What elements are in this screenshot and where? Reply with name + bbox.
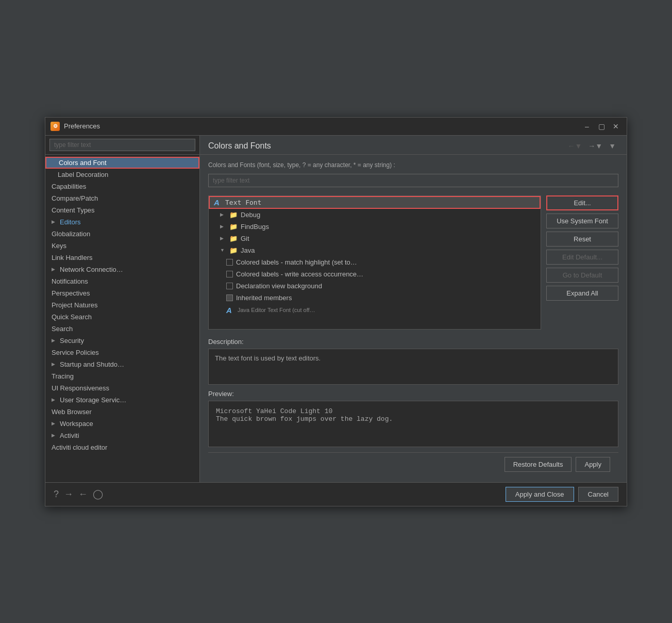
sidebar-item-globalization[interactable]: Globalization <box>45 228 199 240</box>
chevron-right-icon: ▶ <box>220 224 226 229</box>
font-item-label: Java <box>241 247 255 254</box>
font-item-colored-match[interactable]: Colored labels - match highlight (set to… <box>209 256 541 268</box>
folder-icon: 📁 <box>229 223 238 231</box>
apply-button[interactable]: Apply <box>576 457 610 472</box>
font-item-label: Git <box>241 235 249 242</box>
sidebar-item-label: Workspace <box>60 420 93 428</box>
sidebar-item-label: Project Natures <box>52 301 98 309</box>
text-font-icon: A <box>226 306 234 315</box>
restore-defaults-button[interactable]: Restore Defaults <box>505 457 572 472</box>
sidebar-item-label: Label Decoration <box>58 171 108 178</box>
sidebar-item-project-natures[interactable]: Project Natures <box>45 299 199 311</box>
sidebar-tree: Colors and Font Label Decoration Capabil… <box>45 155 199 482</box>
sidebar-filter-input[interactable] <box>49 139 195 151</box>
footer-left: ? → ← ◯ <box>54 488 103 500</box>
expand-all-button[interactable]: Expand All <box>546 286 618 301</box>
font-item-git[interactable]: ▶ 📁 Git <box>209 233 541 244</box>
sidebar-item-network[interactable]: ▶ Network Connectio… <box>45 264 199 275</box>
font-item-label: Debug <box>241 211 260 219</box>
font-item-label: Declaration view background <box>236 282 322 290</box>
font-item-java[interactable]: ▼ 📁 Java <box>209 244 541 256</box>
chevron-right-icon: ▶ <box>52 267 58 272</box>
chevron-right-icon: ▶ <box>52 362 58 367</box>
forward-button[interactable]: →▼ <box>585 141 605 151</box>
close-button[interactable]: ✕ <box>610 121 621 132</box>
nav-dropdown-button[interactable]: ▼ <box>606 141 618 151</box>
cancel-button[interactable]: Cancel <box>578 487 618 502</box>
edit-default-button[interactable]: Edit Default... <box>546 250 618 265</box>
font-filter-input[interactable] <box>208 174 618 187</box>
sidebar-item-startup-shutdown[interactable]: ▶ Startup and Shutdo… <box>45 358 199 370</box>
sidebar-item-link-handlers[interactable]: Link Handlers <box>45 252 199 264</box>
sidebar-item-label: Security <box>60 337 84 345</box>
title-bar: ⚙ Preferences – ▢ ✕ <box>45 118 627 136</box>
sidebar-item-label-decoration[interactable]: Label Decoration <box>45 169 199 181</box>
sidebar-item-activiti-cloud[interactable]: Activiti cloud editor <box>45 441 199 453</box>
sidebar-item-label: Compare/Patch <box>52 194 98 202</box>
minimize-button[interactable]: – <box>581 121 593 132</box>
fonts-tree: A Text Font ▶ 📁 Debug ▶ 📁 <box>208 195 541 330</box>
font-item-declaration-bg[interactable]: Declaration view background <box>209 280 541 292</box>
edit-button[interactable]: Edit... <box>546 195 618 210</box>
sidebar-item-tracing[interactable]: Tracing <box>45 370 199 382</box>
sidebar-item-activiti[interactable]: ▶ Activiti <box>45 430 199 441</box>
sidebar-item-label: Colors and Font <box>59 159 107 167</box>
sidebar-item-ui-responsiveness[interactable]: UI Responsiveness <box>45 382 199 394</box>
help-icon[interactable]: ? <box>54 489 59 500</box>
go-to-default-button[interactable]: Go to Default <box>546 268 618 283</box>
font-item-java-editor-text[interactable]: A Java Editor Text Font (cut off… <box>209 304 541 317</box>
sidebar-item-compare-patch[interactable]: Compare/Patch <box>45 192 199 204</box>
preview-section: Preview: Microsoft YaHei Code Light 10 T… <box>208 390 618 447</box>
main-content: Colors and Font Label Decoration Capabil… <box>45 136 627 482</box>
sidebar-item-perspectives[interactable]: Perspectives <box>45 287 199 299</box>
sidebar-item-search[interactable]: Search <box>45 323 199 335</box>
link-icon[interactable]: ◯ <box>93 488 103 500</box>
sidebar-item-capabilities[interactable]: Capabilities <box>45 181 199 192</box>
sidebar-item-user-storage[interactable]: ▶ User Storage Servic… <box>45 394 199 406</box>
use-system-font-button[interactable]: Use System Font <box>546 214 618 228</box>
chevron-right-icon: ▶ <box>220 236 226 241</box>
checkbox-icon[interactable] <box>226 271 233 277</box>
checkbox-icon[interactable] <box>226 283 233 289</box>
sidebar-item-label[interactable]: Editors <box>60 218 80 226</box>
sidebar: Colors and Font Label Decoration Capabil… <box>45 136 200 482</box>
font-item-findbugs[interactable]: ▶ 📁 FindBugs <box>209 221 541 233</box>
chevron-right-icon: ▶ <box>52 433 58 438</box>
sidebar-item-web-browser[interactable]: Web Browser <box>45 406 199 418</box>
maximize-button[interactable]: ▢ <box>596 121 607 132</box>
back-button[interactable]: ←▼ <box>565 141 584 151</box>
font-item-debug[interactable]: ▶ 📁 Debug <box>209 209 541 221</box>
panel-title: Colors and Fonts <box>208 141 271 151</box>
description-section: Description: The text font is used by te… <box>208 338 618 385</box>
right-panel: Colors and Fonts ←▼ →▼ ▼ Colors and Font… <box>200 136 627 482</box>
font-item-colored-write[interactable]: Colored labels - write access occurrence… <box>209 268 541 280</box>
sidebar-item-label: Content Types <box>52 206 95 214</box>
import-icon[interactable]: → <box>64 489 73 500</box>
export-icon[interactable]: ← <box>78 489 88 500</box>
folder-icon: 📁 <box>229 235 238 242</box>
font-buttons: Edit... Use System Font Reset Edit Defau… <box>546 195 618 330</box>
apply-and-close-button[interactable]: Apply and Close <box>506 487 574 502</box>
panel-bottom-buttons: Restore Defaults Apply <box>208 452 618 476</box>
sidebar-item-colors-and-font[interactable]: Colors and Font <box>45 157 199 169</box>
description-box: The text font is used by text editors. <box>208 349 618 385</box>
sidebar-item-notifications[interactable]: Notifications <box>45 275 199 287</box>
checkbox-icon[interactable] <box>226 294 233 301</box>
font-item-inherited-members[interactable]: Inherited members <box>209 292 541 304</box>
font-item-text-font[interactable]: A Text Font <box>209 196 541 209</box>
sidebar-item-quick-search[interactable]: Quick Search <box>45 311 199 323</box>
checkbox-icon[interactable] <box>226 259 233 266</box>
reset-button[interactable]: Reset <box>546 232 618 247</box>
sidebar-item-editors[interactable]: ▶ Editors <box>45 216 199 228</box>
sidebar-item-keys[interactable]: Keys <box>45 240 199 252</box>
filter-description: Colors and Fonts (font, size, type, ? = … <box>208 161 618 169</box>
preview-label: Preview: <box>208 390 618 398</box>
sidebar-filter-area <box>45 136 199 155</box>
sidebar-item-content-types[interactable]: Content Types <box>45 204 199 216</box>
sidebar-item-service-policies[interactable]: Service Policies <box>45 347 199 358</box>
sidebar-item-label: Search <box>52 325 73 333</box>
sidebar-item-security[interactable]: ▶ Security <box>45 335 199 347</box>
sidebar-item-workspace[interactable]: ▶ Workspace <box>45 418 199 430</box>
chevron-right-icon: ▶ <box>52 397 58 402</box>
sidebar-item-label: Perspectives <box>52 289 90 297</box>
